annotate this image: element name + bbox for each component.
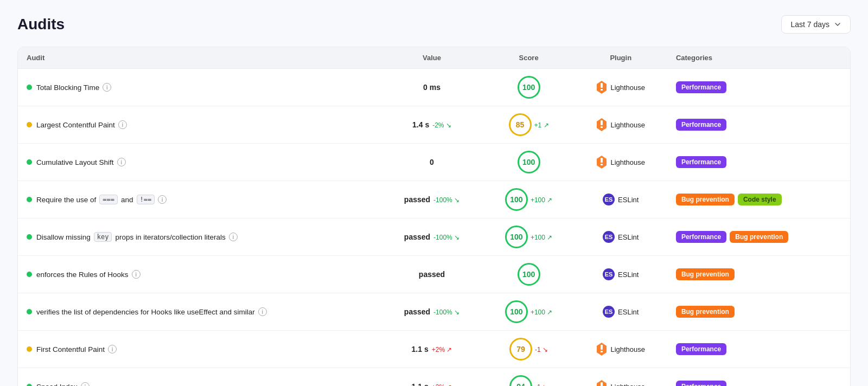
audit-name-text: enforces the Rules of Hooks (36, 271, 129, 279)
audit-cell: First Contentful Paint i (18, 331, 380, 368)
audit-name-text: Speed Index (36, 383, 78, 387)
table-row: Require the use of === and !== i passed-… (18, 181, 850, 218)
plugin-name: Lighthouse (610, 158, 645, 166)
score-change: +1 ↗ (534, 121, 549, 129)
info-icon[interactable]: i (81, 382, 90, 386)
status-dot (27, 234, 32, 240)
category-badge-code-style: Code style (738, 194, 782, 205)
date-filter-button[interactable]: Last 7 days (781, 15, 851, 34)
col-value: Value (380, 47, 483, 69)
score-badge: 100 (518, 263, 540, 286)
plugin-cell: ES ESLint (575, 181, 667, 218)
value-main: 1.1 s (412, 345, 429, 353)
page-title: Audits (17, 16, 65, 33)
value-change: -100% ↘ (433, 196, 459, 204)
score-cell: 100+100 ↗ (483, 181, 575, 218)
categories-cell: Bug prevention (667, 256, 850, 293)
audit-name-text: Largest Contentful Paint (36, 121, 115, 129)
score-badge: 100 (505, 226, 528, 248)
value-cell: 1.4 s-2% ↘ (380, 106, 483, 144)
table-row: enforces the Rules of Hooks i passed100 … (18, 256, 850, 293)
col-audit: Audit (18, 47, 380, 69)
audit-cell: Require the use of === and !== i (18, 181, 380, 218)
status-dot (27, 384, 32, 386)
info-icon[interactable]: i (158, 195, 167, 204)
categories-cell: Bug preventionCode style (667, 181, 850, 218)
chevron-down-icon (834, 21, 841, 28)
score-change: +100 ↗ (531, 234, 552, 241)
score-cell: 100 (483, 144, 575, 181)
audits-table-container: Audit Value Score Plugin Categories Tota… (17, 47, 851, 386)
categories-cell: Performance (667, 368, 850, 387)
lighthouse-icon (596, 379, 607, 386)
info-icon[interactable]: i (108, 345, 117, 353)
info-icon[interactable]: i (118, 120, 127, 129)
plugin-cell: Lighthouse (575, 106, 667, 144)
info-icon[interactable]: i (132, 270, 141, 279)
category-badge-bug-prevention: Bug prevention (676, 306, 735, 318)
info-icon[interactable]: i (229, 233, 238, 241)
value-cell: passed-100% ↘ (380, 218, 483, 256)
svg-rect-2 (601, 89, 603, 91)
svg-rect-11 (601, 351, 603, 352)
score-badge: 94 (509, 375, 532, 386)
eslint-icon: ES (603, 268, 615, 280)
value-cell: passed-100% ↘ (380, 181, 483, 218)
lighthouse-icon (596, 155, 607, 169)
audit-cell: verifies the list of dependencies for Ho… (18, 293, 380, 331)
status-dot (27, 272, 32, 277)
plugin-cell: ES ESLint (575, 218, 667, 256)
score-badge: 100 (518, 151, 540, 173)
date-filter-label: Last 7 days (790, 20, 829, 29)
score-cell: 85+1 ↗ (483, 106, 575, 144)
plugin-name: ESLint (618, 233, 639, 241)
table-header-row: Audit Value Score Plugin Categories (18, 47, 850, 69)
plugin-cell: ES ESLint (575, 256, 667, 293)
status-dot (27, 346, 32, 352)
category-badge-bug-prevention: Bug prevention (730, 231, 788, 243)
value-main: passed (404, 195, 430, 204)
plugin-cell: Lighthouse (575, 368, 667, 387)
plugin-cell: Lighthouse (575, 69, 667, 106)
value-main: 0 (430, 158, 434, 166)
value-change: +2% ↗ (432, 346, 452, 353)
value-cell: 0 (380, 144, 483, 181)
value-main: 1.1 s (412, 382, 429, 386)
info-icon[interactable]: i (103, 83, 111, 92)
audits-table: Audit Value Score Plugin Categories Tota… (18, 47, 850, 386)
svg-rect-13 (601, 382, 603, 386)
eslint-icon: ES (603, 231, 615, 243)
audit-name-text: Disallow missing (36, 233, 91, 241)
status-dot (27, 197, 32, 202)
audit-cell: enforces the Rules of Hooks i (18, 256, 380, 293)
info-icon[interactable]: i (258, 307, 267, 316)
status-dot (27, 159, 32, 165)
status-dot (27, 122, 32, 127)
value-cell: passed (380, 256, 483, 293)
plugin-name: Lighthouse (610, 383, 645, 387)
audit-cell: Total Blocking Time i (18, 69, 380, 106)
svg-rect-5 (601, 126, 603, 128)
category-badge-bug-prevention: Bug prevention (676, 268, 735, 280)
audit-name-text: Require the use of (36, 196, 96, 204)
value-main: passed (419, 270, 445, 279)
score-change: -1 ↘ (535, 383, 548, 386)
value-cell: 1.1 s+2% ↗ (380, 331, 483, 368)
audit-name-text: verifies the list of dependencies for Ho… (36, 308, 255, 316)
plugin-name: ESLint (618, 308, 639, 316)
audit-cell: Disallow missing key props in iterators/… (18, 218, 380, 256)
value-main: passed (404, 233, 430, 241)
svg-rect-8 (601, 164, 603, 165)
info-icon[interactable]: i (117, 158, 126, 166)
categories-cell: Performance (667, 144, 850, 181)
categories-cell: Performance (667, 69, 850, 106)
col-plugin: Plugin (575, 47, 667, 69)
value-main: 0 ms (423, 83, 441, 92)
lighthouse-icon (596, 118, 607, 132)
category-badge-performance: Performance (676, 231, 726, 243)
code-term: !== (137, 195, 155, 204)
score-cell: 100+100 ↗ (483, 293, 575, 331)
svg-rect-1 (601, 83, 603, 88)
score-badge: 100 (518, 76, 540, 99)
categories-cell: Performance (667, 331, 850, 368)
